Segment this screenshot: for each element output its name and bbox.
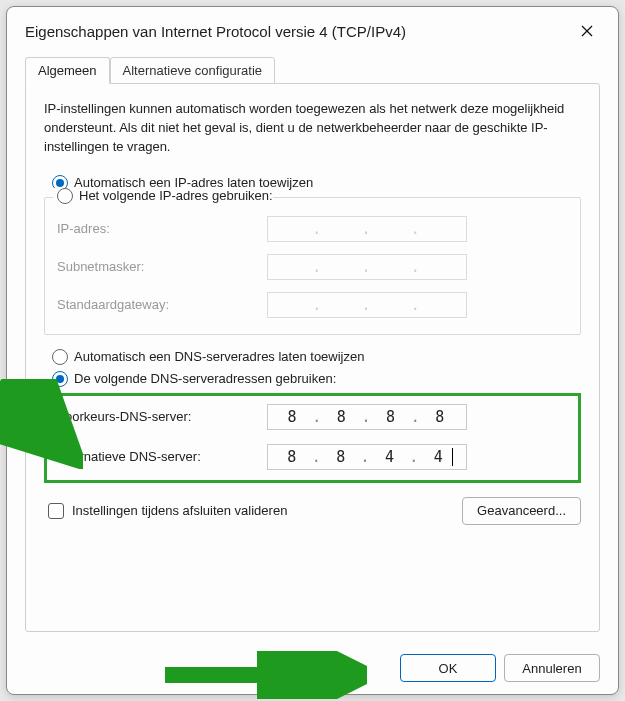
field-label-ip: IP-adres: [57,221,267,236]
cancel-button[interactable]: Annuleren [504,654,600,682]
checkbox-validate-on-exit[interactable]: Instellingen tijdens afsluiten valideren [48,503,287,519]
field-default-gateway: Standaardgateway: . . . [57,286,568,324]
intro-text: IP-instellingen kunnen automatisch worde… [44,100,581,157]
field-label-gateway: Standaardgateway: [57,297,267,312]
ip-manual-group: Het volgende IP-adres gebruiken: IP-adre… [44,197,581,335]
advanced-button[interactable]: Geavanceerd... [462,497,581,525]
input-subnet-mask[interactable]: . . . [267,254,467,280]
field-preferred-dns: Voorkeurs-DNS-server: 8. 8. 8. 8 [57,402,568,432]
close-button[interactable] [570,17,604,45]
tab-panel-general: IP-instellingen kunnen automatisch worde… [25,83,600,632]
ip-octet: 8 [330,408,354,426]
tab-general[interactable]: Algemeen [25,57,110,84]
ip-octet: 8 [330,448,354,466]
field-alternate-dns: Alternatieve DNS-server: 8. 8. 4. 4 [57,442,568,472]
panel-bottom-row: Instellingen tijdens afsluiten valideren… [44,497,581,525]
dialog-body: Algemeen Alternatieve configuratie IP-in… [7,53,618,642]
dns-fields-group: Voorkeurs-DNS-server: 8. 8. 8. 8 Alterna… [44,393,581,483]
radio-dns-auto-label: Automatisch een DNS-serveradres laten to… [74,349,364,364]
field-subnet-mask: Subnetmasker: . . . [57,248,568,286]
radio-dns-auto[interactable]: Automatisch een DNS-serveradres laten to… [52,349,581,365]
ip-octet: 8 [281,448,305,466]
tabs: Algemeen Alternatieve configuratie [25,57,600,84]
radio-ip-manual[interactable]: Het volgende IP-adres gebruiken: [53,188,273,204]
input-alternate-dns[interactable]: 8. 8. 4. 4 [267,444,467,470]
input-ip-address[interactable]: . . . [267,216,467,242]
input-preferred-dns[interactable]: 8. 8. 8. 8 [267,404,467,430]
text-cursor [452,448,453,466]
radio-dns-manual[interactable]: De volgende DNS-serveradressen gebruiken… [52,371,581,387]
ip-octet: 8 [281,408,305,426]
checkbox-validate-label: Instellingen tijdens afsluiten valideren [72,503,287,518]
field-label-alternate-dns: Alternatieve DNS-server: [57,449,267,464]
dialog-buttons: OK Annuleren [7,642,618,694]
radio-icon [52,371,68,387]
ip-octet: 8 [429,408,453,426]
input-default-gateway[interactable]: . . . [267,292,467,318]
radio-icon [52,349,68,365]
checkbox-icon [48,503,64,519]
titlebar: Eigenschappen van Internet Protocol vers… [7,7,618,53]
field-label-preferred-dns: Voorkeurs-DNS-server: [57,409,267,424]
field-label-mask: Subnetmasker: [57,259,267,274]
dialog-window: Eigenschappen van Internet Protocol vers… [6,6,619,695]
ip-octet: 4 [427,448,451,466]
radio-dns-manual-label: De volgende DNS-serveradressen gebruiken… [74,371,336,386]
window-title: Eigenschappen van Internet Protocol vers… [25,23,406,40]
radio-icon [57,188,73,204]
tab-alternative-config[interactable]: Alternatieve configuratie [110,57,275,84]
ip-octet: 4 [378,448,402,466]
field-ip-address: IP-adres: . . . [57,210,568,248]
close-icon [581,25,593,37]
ip-octet: 8 [380,408,404,426]
ok-button[interactable]: OK [400,654,496,682]
radio-ip-manual-label: Het volgende IP-adres gebruiken: [79,188,273,203]
